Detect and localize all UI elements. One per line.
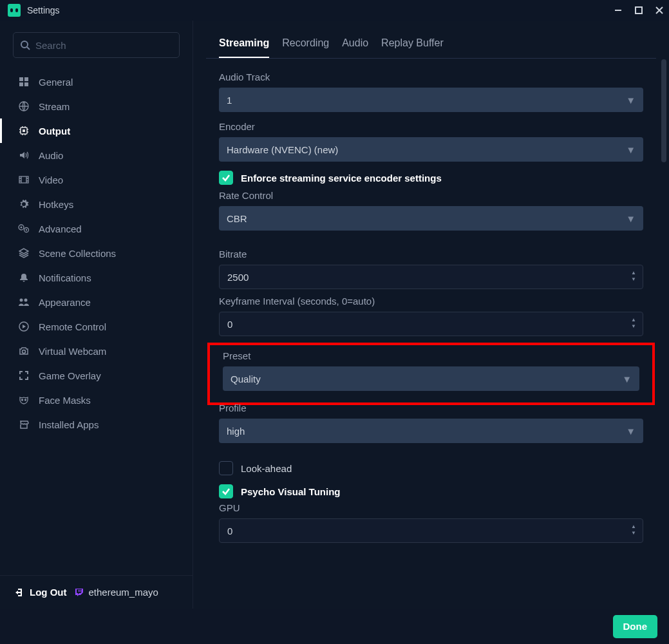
expand-icon <box>17 370 31 381</box>
sidebar-item-game-overlay[interactable]: Game Overlay <box>0 363 193 388</box>
gpu-spinner[interactable]: ▲▼ <box>628 519 639 542</box>
sidebar-item-hotkeys[interactable]: Hotkeys <box>0 192 193 216</box>
sidebar-item-stream[interactable]: Stream <box>0 94 193 118</box>
sidebar-item-advanced[interactable]: Advanced <box>0 216 193 241</box>
search-input[interactable] <box>35 40 173 51</box>
sidebar-item-virtual-webcam[interactable]: Virtual Webcam <box>0 339 193 363</box>
sidebar-item-label: Advanced <box>39 223 82 234</box>
svg-point-4 <box>21 41 28 48</box>
sidebar-item-notifications[interactable]: Notifications <box>0 265 193 290</box>
volume-icon <box>17 149 31 161</box>
username: ethereum_mayo <box>88 587 158 598</box>
audio-track-label: Audio Track <box>219 71 643 82</box>
bitrate-value[interactable] <box>227 272 635 283</box>
svg-rect-5 <box>19 77 23 81</box>
app-logo-icon <box>8 4 21 17</box>
keyframe-value[interactable] <box>227 319 635 330</box>
keyframe-spinner[interactable]: ▲▼ <box>628 312 639 336</box>
search-icon <box>20 40 30 50</box>
sidebar-item-appearance[interactable]: Appearance <box>0 290 193 314</box>
tabs: StreamingRecordingAudioReplay Buffer <box>206 21 656 59</box>
sidebar-item-video[interactable]: Video <box>0 167 193 192</box>
sidebar-item-label: General <box>39 77 73 88</box>
tab-audio[interactable]: Audio <box>342 37 368 58</box>
profile-select[interactable]: high ▼ <box>219 419 643 443</box>
sidebar-item-installed-apps[interactable]: Installed Apps <box>0 412 193 437</box>
chevron-down-icon: ▼ <box>626 213 636 224</box>
preset-label: Preset <box>223 350 639 361</box>
lookahead-label: Look-ahead <box>241 463 292 474</box>
logout-button[interactable]: Log Out <box>14 587 66 598</box>
scrollbar[interactable] <box>661 59 666 162</box>
window-close-button[interactable] <box>655 6 664 15</box>
persons-icon <box>17 296 31 308</box>
window-maximize-button[interactable] <box>634 6 643 15</box>
svg-rect-0 <box>10 8 13 12</box>
footer: Done <box>0 609 669 644</box>
psycho-label: Psycho Visual Tuning <box>241 486 340 497</box>
user-chip[interactable]: ethereum_mayo <box>74 587 158 598</box>
rate-control-value: CBR <box>227 213 247 224</box>
svg-point-16 <box>26 229 27 231</box>
sidebar-item-output[interactable]: Output <box>0 118 193 143</box>
settings-form: Audio Track 1 ▼ Encoder Hardware (NVENC)… <box>193 59 669 609</box>
logout-label: Log Out <box>30 587 66 598</box>
titlebar: Settings <box>0 0 669 21</box>
sidebar-item-scene-collections[interactable]: Scene Collections <box>0 241 193 265</box>
sidebar-item-general[interactable]: General <box>0 70 193 94</box>
gpu-value[interactable] <box>227 526 635 536</box>
sidebar: GeneralStreamOutputAudioVideoHotkeysAdva… <box>0 21 193 609</box>
encoder-select[interactable]: Hardware (NVENC) (new) ▼ <box>219 137 643 162</box>
gpu-input[interactable]: ▲▼ <box>219 518 643 543</box>
sidebar-item-label: Remote Control <box>39 321 106 332</box>
main-panel: StreamingRecordingAudioReplay Buffer Aud… <box>193 21 669 609</box>
audio-track-select[interactable]: 1 ▼ <box>219 88 643 112</box>
psycho-checkbox[interactable] <box>219 484 233 498</box>
sidebar-item-label: Output <box>39 126 70 137</box>
lookahead-checkbox[interactable] <box>219 461 233 475</box>
mask-icon <box>17 394 31 406</box>
preset-value: Quality <box>231 374 261 384</box>
tab-streaming[interactable]: Streaming <box>219 37 269 58</box>
sidebar-item-audio[interactable]: Audio <box>0 143 193 167</box>
preset-select[interactable]: Quality ▼ <box>223 366 639 391</box>
rate-control-select[interactable]: CBR ▼ <box>219 206 643 231</box>
bitrate-input[interactable]: ▲▼ <box>219 265 643 289</box>
store-icon <box>17 419 31 430</box>
bell-icon <box>17 272 31 283</box>
tab-recording[interactable]: Recording <box>282 37 329 58</box>
svg-rect-3 <box>636 7 642 14</box>
svg-rect-12 <box>19 176 28 183</box>
chevron-down-icon: ▼ <box>626 426 636 437</box>
window-minimize-button[interactable] <box>614 6 623 15</box>
sidebar-item-label: Video <box>39 175 63 185</box>
logout-icon <box>14 587 24 598</box>
sidebar-item-remote-control[interactable]: Remote Control <box>0 314 193 339</box>
rate-control-label: Rate Control <box>219 190 643 201</box>
sidebar-item-label: Hotkeys <box>39 199 73 210</box>
profile-label: Profile <box>219 402 643 413</box>
preset-highlight-box: Preset Quality ▼ <box>207 343 655 405</box>
tab-replay-buffer[interactable]: Replay Buffer <box>381 37 444 58</box>
svg-point-20 <box>23 350 26 354</box>
keyframe-input[interactable]: ▲▼ <box>219 312 643 336</box>
enforce-checkbox[interactable] <box>219 171 233 185</box>
svg-rect-11 <box>23 129 25 132</box>
gpu-label: GPU <box>219 502 643 513</box>
bitrate-spinner[interactable]: ▲▼ <box>628 265 639 289</box>
chevron-down-icon: ▼ <box>622 374 632 384</box>
search-box[interactable] <box>13 32 180 58</box>
bitrate-label: Bitrate <box>219 249 643 260</box>
film-icon <box>17 174 31 185</box>
sidebar-item-label: Installed Apps <box>39 419 99 430</box>
globe-icon <box>17 100 31 112</box>
svg-rect-7 <box>19 82 23 86</box>
sidebar-item-face-masks[interactable]: Face Masks <box>0 388 193 412</box>
svg-rect-8 <box>24 82 28 86</box>
sidebar-item-label: Appearance <box>39 297 91 308</box>
profile-value: high <box>227 426 245 437</box>
sidebar-item-label: Game Overlay <box>39 370 101 381</box>
done-button[interactable]: Done <box>613 615 658 638</box>
play-circle-icon <box>17 321 31 332</box>
gear-icon <box>17 198 31 210</box>
